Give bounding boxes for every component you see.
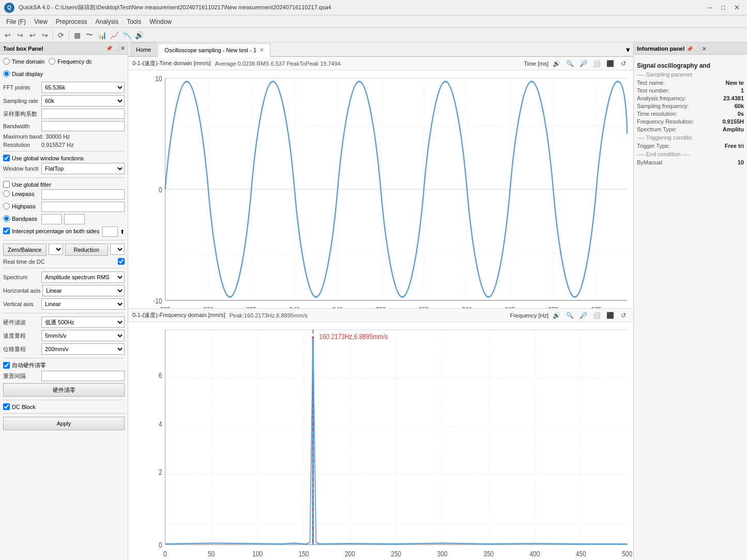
lowpass-radio-label[interactable]: Lowpass <box>3 190 39 197</box>
toolbar-btn-2[interactable]: ↪ <box>14 29 26 41</box>
displacement-range-select[interactable]: 200mm/v <box>41 343 125 355</box>
use-global-window-check[interactable]: Use global window functions <box>3 155 125 161</box>
restore-button[interactable]: □ <box>717 3 729 13</box>
freq-zoom-icon[interactable]: 🔊 <box>551 310 562 321</box>
toolbar-btn-3[interactable]: ↩ <box>27 29 38 41</box>
highpass-input[interactable]: 100 <box>41 202 125 212</box>
intercept-label: Intercept percentage on both sides <box>12 228 99 234</box>
spectrum-type-row: Spectrum Type: Amplitu <box>637 126 744 132</box>
menu-window[interactable]: Window <box>145 17 176 26</box>
infopanel-close-icon[interactable]: ✕ <box>702 46 706 52</box>
tab-oscilloscope[interactable]: Oscilloscope sampling - New test - 1 ✕ <box>158 43 270 57</box>
toolbar-btn-bar[interactable]: ▦ <box>71 29 83 41</box>
toolbox-header: Tool box Panel 📌 ⬜ ✕ <box>0 42 128 55</box>
real-time-dc-row: Real time de DC <box>3 258 125 265</box>
intercept-input[interactable]: 5 <box>102 226 118 237</box>
auto-hw-clear-checkbox[interactable] <box>3 362 10 369</box>
toolbox-panel-controls: 📌 ⬜ ✕ <box>106 46 125 51</box>
use-global-window-checkbox[interactable] <box>3 155 10 161</box>
toolbox-close-icon[interactable]: ✕ <box>120 46 125 51</box>
sample-struct-row: 采样重构系数 1 <box>3 109 125 119</box>
toolbar-btn-refresh[interactable]: ⟳ <box>55 29 67 41</box>
time-zoomin-icon[interactable]: 🔍 <box>564 58 575 69</box>
float-icon[interactable]: ⬜ <box>113 46 119 51</box>
dc-block-check[interactable]: DC Block <box>3 403 125 410</box>
hardware-filter-select[interactable]: 低通 500Hz <box>41 316 125 328</box>
apply-button[interactable]: Apply <box>3 417 125 430</box>
radio-freq-domain[interactable]: Frequency dc <box>49 58 92 65</box>
infopanel: Information panel 📌 ⬜ ✕ Signal oscillogr… <box>633 42 747 560</box>
sample-struct-input[interactable]: 1 <box>41 109 125 119</box>
intercept-check[interactable]: Intercept percentage on both sides <box>3 228 100 234</box>
freq-settings-icon[interactable]: ↺ <box>618 310 629 321</box>
hw-clear-button[interactable]: 硬件清零 <box>3 383 125 397</box>
bandpass-radio-label[interactable]: Bandpass <box>3 215 39 222</box>
bandpass-input-1[interactable]: 140 <box>41 214 62 224</box>
toolbar-btn-4[interactable]: ↪ <box>39 29 51 41</box>
vertical-axis-row: Vertical axis Linear <box>3 298 125 310</box>
bandwidth-input[interactable]: 500 <box>41 121 125 131</box>
time-chart-body: 10 0 -10 325 330 335 340 345 350 355 360… <box>128 70 633 308</box>
time-zoom-icon[interactable]: 🔊 <box>551 58 562 69</box>
toolbar-btn-chart5[interactable]: 🔊 <box>133 29 145 41</box>
menu-analysis[interactable]: Analysis <box>92 17 123 26</box>
freq-fit-icon[interactable]: ⬜ <box>591 310 602 321</box>
reset-interval-input[interactable]: 0 <box>41 371 125 381</box>
svg-text:200: 200 <box>345 549 355 558</box>
toolbar-btn-1[interactable]: ↩ <box>2 29 13 41</box>
trigger-type-value: Free tri <box>725 143 744 149</box>
toolbar-btn-chart3[interactable]: 📈 <box>109 29 120 41</box>
freq-zoomin-icon[interactable]: 🔍 <box>564 310 575 321</box>
intercept-spin[interactable]: ⬆ <box>120 229 125 235</box>
tabs-bar: Home Oscilloscope sampling - New test - … <box>128 42 633 57</box>
infopanel-pin-icon[interactable]: 📌 <box>687 46 693 52</box>
window-func-select[interactable]: FlatTop <box>41 163 125 174</box>
menu-preprocess[interactable]: Preprocess <box>52 17 92 26</box>
close-tab-icon[interactable]: ✕ <box>260 47 264 53</box>
use-global-filter-check[interactable]: Use global filter <box>3 181 125 188</box>
pin-icon[interactable]: 📌 <box>106 46 112 51</box>
sep-7 <box>3 400 125 400</box>
sampling-rate-select[interactable]: 60k <box>41 95 125 107</box>
real-time-dc-checkbox[interactable] <box>118 258 125 265</box>
freq-pan-icon[interactable]: 🔎 <box>577 310 589 321</box>
menu-tools[interactable]: Tools <box>123 17 145 26</box>
horizontal-axis-select[interactable]: Linear <box>42 285 125 296</box>
speed-range-select[interactable]: 5mm/s/v <box>41 330 125 341</box>
radio-dual-domain[interactable]: Dual display <box>3 70 43 77</box>
time-pan-icon[interactable]: 🔎 <box>577 58 589 69</box>
close-button[interactable]: ✕ <box>730 3 743 13</box>
minimize-button[interactable]: ─ <box>704 3 716 13</box>
intercept-checkbox[interactable] <box>3 228 10 234</box>
bandpass-row: Bandpass 140 200 <box>3 214 125 224</box>
freq-export-icon[interactable]: ⬛ <box>604 310 616 321</box>
test-number-key: Test number: <box>637 87 670 94</box>
reduction-dropdown[interactable]: ▼ <box>110 244 125 255</box>
vertical-axis-select[interactable]: Linear <box>41 298 125 310</box>
infopanel-float-icon[interactable]: ⬜ <box>694 46 700 52</box>
reduction-button[interactable]: Reduction <box>65 244 109 256</box>
spectrum-select[interactable]: Amplitude spectrum RMS <box>41 271 125 283</box>
fft-select[interactable]: 65.536k <box>41 82 125 93</box>
time-export-icon[interactable]: ⬛ <box>604 58 616 69</box>
use-global-filter-checkbox[interactable] <box>3 181 10 188</box>
menu-file[interactable]: File (F) <box>2 17 30 26</box>
radio-time-domain[interactable]: Time domain <box>3 58 44 65</box>
toolbar-btn-chart4[interactable]: 📉 <box>121 29 132 41</box>
lowpass-input[interactable]: 10 <box>41 189 125 200</box>
zero-balance-dropdown[interactable]: ▼ <box>49 244 63 255</box>
tab-home[interactable]: Home <box>130 42 157 56</box>
highpass-radio-label[interactable]: Highpass <box>3 203 39 209</box>
time-fit-icon[interactable]: ⬜ <box>591 58 602 69</box>
svg-text:350: 350 <box>483 549 494 558</box>
time-settings-icon[interactable]: ↺ <box>618 58 629 69</box>
toolbar-btn-chart2[interactable]: 📊 <box>96 29 108 41</box>
menu-view[interactable]: View <box>30 17 52 26</box>
toolbar-btn-wave[interactable]: 〜 <box>84 29 95 41</box>
tab-dropdown-icon[interactable]: ▼ <box>622 44 633 56</box>
dc-block-checkbox[interactable] <box>3 403 10 410</box>
zero-balance-button[interactable]: Zero/Balance <box>3 244 47 256</box>
bandpass-input-2[interactable]: 200 <box>64 214 85 224</box>
auto-hw-clear-check[interactable]: 自动硬件清零 <box>3 361 125 369</box>
real-time-dc-label: Real time de DC <box>3 259 116 265</box>
